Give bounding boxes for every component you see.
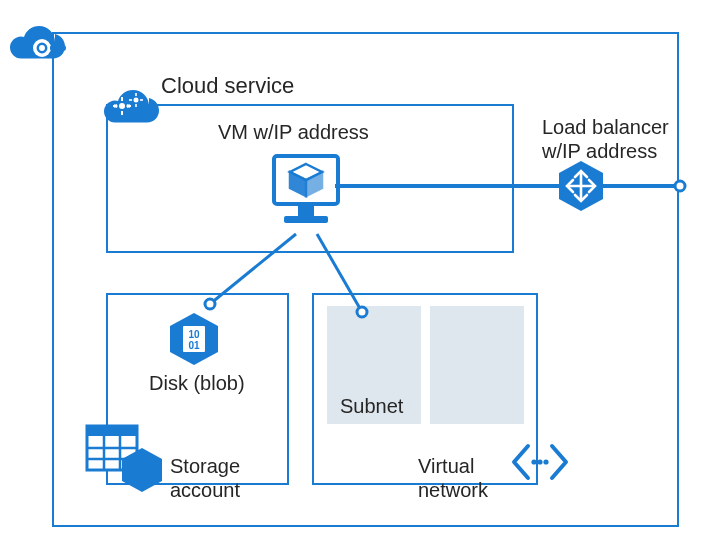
- vnet-label-2: network: [418, 479, 488, 502]
- load-balancer-label-2: w/IP address: [542, 140, 657, 163]
- storage-label-2: account: [170, 479, 240, 502]
- vm-ip-label: VM w/IP address: [218, 121, 369, 144]
- svg-rect-22: [135, 104, 137, 107]
- diagram-canvas: 10 01 Cloud service VM w/IP address Load…: [0, 0, 717, 545]
- subnet-block-secondary: [430, 306, 524, 424]
- azure-cloud-icon: [0, 12, 72, 62]
- svg-rect-13: [121, 111, 123, 115]
- svg-rect-23: [129, 99, 132, 101]
- cloud-service-icon: [94, 78, 164, 130]
- svg-point-46: [531, 459, 536, 464]
- subnet-label: Subnet: [340, 395, 403, 418]
- cloud-service-label: Cloud service: [161, 73, 294, 98]
- svg-rect-40: [87, 426, 137, 436]
- svg-point-48: [543, 459, 548, 464]
- load-balancer-label-1: Load balancer: [542, 116, 669, 139]
- disk-blob-icon: 10 01: [168, 311, 220, 367]
- svg-text:01: 01: [188, 340, 200, 351]
- vm-icon: [270, 152, 342, 234]
- svg-text:10: 10: [188, 329, 200, 340]
- vnet-label-1: Virtual: [418, 455, 474, 478]
- svg-rect-12: [121, 97, 123, 101]
- svg-point-10: [60, 45, 66, 51]
- load-balancer-icon: [557, 159, 605, 213]
- virtual-network-icon: [508, 438, 572, 486]
- storage-hex-icon: [120, 446, 164, 494]
- svg-point-7: [33, 39, 51, 57]
- storage-label-1: Storage: [170, 455, 240, 478]
- svg-point-47: [537, 459, 542, 464]
- disk-blob-label: Disk (blob): [149, 372, 245, 395]
- svg-point-11: [119, 103, 125, 109]
- svg-marker-45: [122, 448, 162, 492]
- svg-rect-27: [284, 216, 328, 223]
- svg-rect-21: [135, 93, 137, 96]
- svg-rect-26: [298, 206, 314, 216]
- svg-point-20: [134, 98, 139, 103]
- svg-rect-24: [140, 99, 143, 101]
